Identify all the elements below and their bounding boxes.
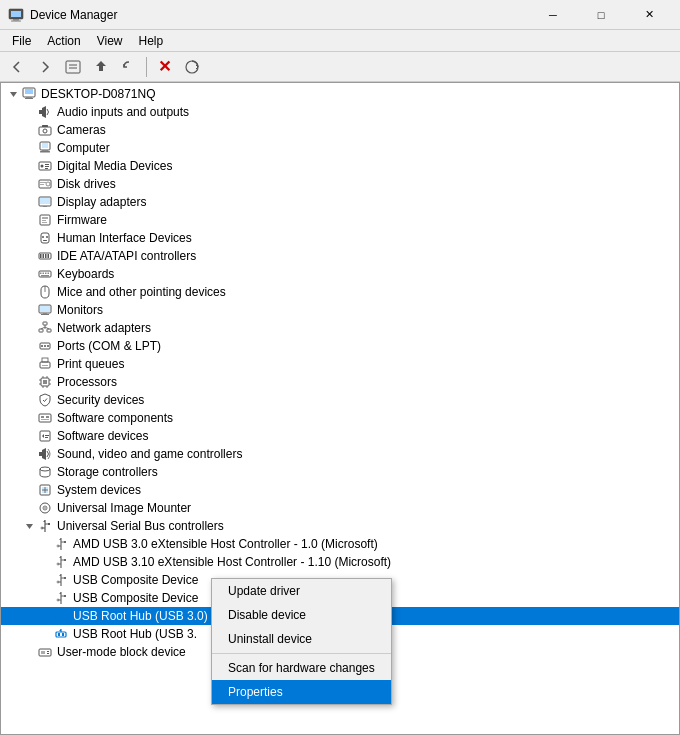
tree-item-sound[interactable]: Sound, video and game controllers [1,445,679,463]
svg-rect-100 [48,523,50,525]
expand-icon[interactable] [21,248,37,264]
expand-icon[interactable] [37,536,53,552]
expand-icon[interactable] [21,266,37,282]
expand-icon[interactable] [37,608,53,624]
tree-item-swcomponents[interactable]: Software components [1,409,679,427]
expand-icon[interactable] [21,482,37,498]
usbdev-icon [53,554,69,570]
forward-button[interactable] [32,55,58,79]
tree-item-uimage[interactable]: Universal Image Mounter [1,499,679,517]
expand-icon[interactable] [21,410,37,426]
expand-icon[interactable] [21,212,37,228]
tree-item-swdevices[interactable]: Software devices [1,427,679,445]
back-button[interactable] [4,55,30,79]
svg-rect-18 [42,143,48,148]
expand-icon[interactable] [21,464,37,480]
tree-item-keyboards[interactable]: Keyboards [1,265,679,283]
expand-icon[interactable] [21,104,37,120]
svg-point-22 [41,165,44,168]
close-button[interactable]: ✕ [626,0,672,30]
expand-icon[interactable] [21,392,37,408]
tree-item-audio[interactable]: Audio inputs and outputs [1,103,679,121]
svg-rect-51 [41,275,49,277]
expand-icon[interactable] [21,320,37,336]
expand-icon[interactable] [21,644,37,660]
collapse-icon[interactable] [5,86,21,102]
expand-icon[interactable] [21,158,37,174]
print-icon [37,356,53,372]
tree-item-digital[interactable]: Digital Media Devices [1,157,679,175]
context-menu-disable-device[interactable]: Disable device [212,603,391,627]
tree-item-amd2[interactable]: AMD USB 3.10 eXtensible Host Controller … [1,553,679,571]
uninstall-toolbar-button[interactable]: ✕ [151,55,177,79]
expand-icon[interactable] [37,554,53,570]
menu-file[interactable]: File [4,32,39,50]
expand-icon[interactable] [21,428,37,444]
monitor2-icon [37,302,53,318]
tree-item-cameras[interactable]: Cameras [1,121,679,139]
tree-item-network[interactable]: Network adapters [1,319,679,337]
minimize-button[interactable]: ─ [530,0,576,30]
tree-item-ide[interactable]: IDE ATA/ATAPI controllers [1,247,679,265]
tree-item-mice[interactable]: Mice and other pointing devices [1,283,679,301]
context-menu-separator [212,653,391,654]
expand-icon[interactable] [21,194,37,210]
expand-icon[interactable] [21,374,37,390]
tree-item-label: Audio inputs and outputs [57,105,189,119]
tree-item-disk[interactable]: Disk drives [1,175,679,193]
tree-item-hid[interactable]: Human Interface Devices [1,229,679,247]
context-menu-properties[interactable]: Properties [212,680,391,704]
expand-icon[interactable] [21,500,37,516]
maximize-button[interactable]: □ [578,0,624,30]
expand-icon[interactable] [21,446,37,462]
menu-help[interactable]: Help [131,32,172,50]
expand-icon[interactable] [21,338,37,354]
update-driver-toolbar-button[interactable] [88,55,114,79]
svg-point-64 [41,345,43,347]
tree-item-display[interactable]: Display adapters [1,193,679,211]
expand-icon[interactable] [21,140,37,156]
tree-item-monitors[interactable]: Monitors [1,301,679,319]
context-menu-uninstall-device[interactable]: Uninstall device [212,627,391,651]
tree-item-computer[interactable]: Computer [1,139,679,157]
expand-icon[interactable] [37,626,53,642]
tree-item-usb[interactable]: Universal Serial Bus controllers [1,517,679,535]
tree-item-processors[interactable]: Processors [1,373,679,391]
tree-item-security[interactable]: Security devices [1,391,679,409]
svg-rect-42 [40,254,42,258]
rollback-driver-button[interactable] [116,55,142,79]
context-menu-scan-hardware[interactable]: Scan for hardware changes [212,656,391,680]
expand-icon[interactable] [37,572,53,588]
expand-icon[interactable] [21,230,37,246]
tree-item-print[interactable]: Print queues [1,355,679,373]
svg-point-38 [42,236,44,238]
expand-icon[interactable] [21,176,37,192]
tree-item-amd1[interactable]: AMD USB 3.0 eXtensible Host Controller -… [1,535,679,553]
expand-icon[interactable] [37,590,53,606]
expand-icon[interactable] [21,302,37,318]
context-menu-update-driver[interactable]: Update driver [212,579,391,603]
properties-toolbar-button[interactable] [60,55,86,79]
svg-point-66 [47,345,49,347]
svg-rect-105 [64,541,66,543]
camera-icon [37,122,53,138]
tree-item-root[interactable]: DESKTOP-D0871NQ [1,85,679,103]
collapse-icon[interactable] [21,518,37,534]
expand-icon[interactable] [21,356,37,372]
tree-item-ports[interactable]: Ports (COM & LPT) [1,337,679,355]
svg-point-27 [46,182,50,186]
menu-view[interactable]: View [89,32,131,50]
tree-item-storage[interactable]: Storage controllers [1,463,679,481]
expand-icon[interactable] [21,284,37,300]
svg-rect-13 [39,110,42,114]
svg-rect-16 [42,125,48,127]
tree-item-label: Cameras [57,123,106,137]
tree-item-sysdevices[interactable]: System devices [1,481,679,499]
menu-action[interactable]: Action [39,32,88,50]
svg-rect-36 [42,222,47,223]
scan-toolbar-button[interactable] [179,55,205,79]
tree-item-label: AMD USB 3.0 eXtensible Host Controller -… [73,537,378,551]
usbhub-icon [53,626,69,642]
tree-item-firmware[interactable]: Firmware [1,211,679,229]
expand-icon[interactable] [21,122,37,138]
